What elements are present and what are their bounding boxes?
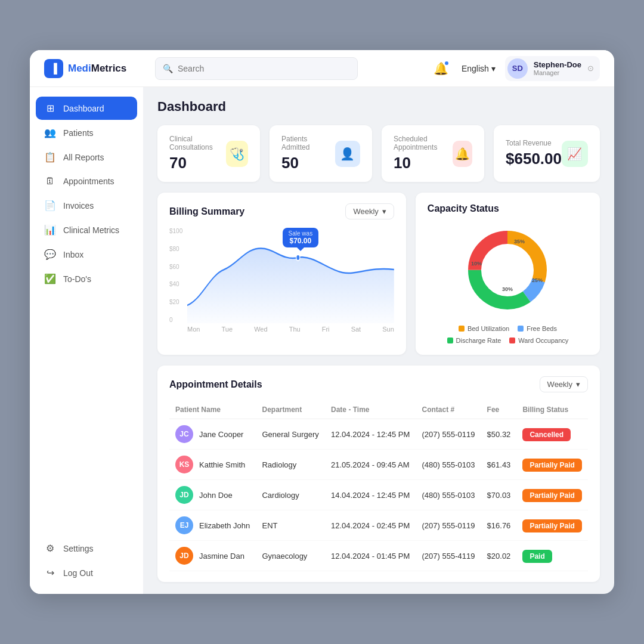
fee-cell: $70.03 <box>481 480 517 510</box>
sidebar-item-label: Settings <box>63 544 94 553</box>
sidebar-item-label: Appointments <box>63 177 114 186</box>
table-row: JD John Doe Cardiology 14.04.2024 - 12:4… <box>169 480 588 510</box>
patient-name: Katthie Smith <box>199 460 245 469</box>
chevron-down-icon: ▾ <box>382 207 386 216</box>
header-right: 🔔 English ▾ SD Stephen-Doe Manager ⊙ <box>431 56 600 81</box>
department-cell: Radiology <box>256 450 325 480</box>
billing-summary-card: Billing Summary Weekly ▾ $100$80$60$40$2… <box>157 193 406 355</box>
svg-text:10%: 10% <box>471 261 482 267</box>
avatar: SD <box>507 58 528 79</box>
department-cell: General Surgery <box>256 419 325 450</box>
page-title: Dashboard <box>157 99 600 114</box>
stat-card-scheduled: Scheduled Appointments 10 🔔 <box>382 125 484 182</box>
logo-text: MediMetrics <box>68 63 126 75</box>
dashboard-icon: ⊞ <box>44 103 56 114</box>
legend-dot <box>459 326 465 332</box>
sidebar-item-label: Clinical Metrics <box>63 225 119 235</box>
patient-name: Jasmine Dan <box>199 552 244 561</box>
user-name: Stephen-Doe <box>534 60 581 69</box>
legend-label: Discharge Rate <box>456 337 501 344</box>
search-input[interactable] <box>178 64 350 73</box>
stat-value: $650.00 <box>506 150 562 168</box>
billing-card-header: Billing Summary Weekly ▾ <box>169 203 394 219</box>
legend-label: Bed Utilization <box>467 325 509 332</box>
invoices-icon: 📄 <box>44 200 56 211</box>
charts-row: Billing Summary Weekly ▾ $100$80$60$40$2… <box>157 193 600 355</box>
legend-dot <box>447 338 453 343</box>
datetime-cell: 12.04.2024 - 01:45 PM <box>325 541 416 571</box>
contact-cell: (480) 555-0103 <box>416 480 481 510</box>
sidebar-item-label: Log Out <box>63 568 93 578</box>
search-bar[interactable]: 🔍 <box>155 57 358 80</box>
stats-row: Clinical Consultations 70 🩺 Patients Adm… <box>157 125 600 182</box>
user-role: Manager <box>534 69 581 76</box>
legend-label: Ward Occupancy <box>518 337 568 344</box>
datetime-cell: 14.04.2024 - 12:45 PM <box>325 480 416 510</box>
sidebar-item-label: Patients <box>63 128 94 138</box>
donut-chart: 30% 10% 35% 25% <box>460 222 555 318</box>
notification-bell[interactable]: 🔔 <box>431 58 452 79</box>
datetime-cell: 21.05.2024 - 09:45 AM <box>325 450 416 480</box>
fee-cell: $61.43 <box>481 450 517 480</box>
sidebar-item-clinical-metrics[interactable]: 📊 Clinical Metrics <box>36 218 137 242</box>
patient-name: Jane Cooper <box>199 430 243 439</box>
appointment-details-card: Appointment Details Weekly ▾ Patient Nam… <box>157 366 600 582</box>
sidebar-item-dashboard[interactable]: ⊞ Dashboard <box>36 97 137 120</box>
sidebar-item-invoices[interactable]: 📄 Invoices <box>36 194 137 217</box>
patient-name-cell: JD John Doe <box>169 480 256 510</box>
stat-value: 10 <box>394 154 453 172</box>
patient-name-cell: EJ Elizabeth John <box>169 510 256 541</box>
contact-cell: (207) 555-0119 <box>416 419 481 450</box>
table-body: JC Jane Cooper General Surgery 12.04.202… <box>169 419 588 571</box>
sidebar-item-todos[interactable]: ✅ To-Do's <box>36 267 137 290</box>
svg-text:35%: 35% <box>514 239 525 244</box>
logo-icon: ▐ <box>44 59 63 78</box>
legend-free-beds: Free Beds <box>518 325 557 332</box>
table-row: KS Katthie Smith Radiology 21.05.2024 - … <box>169 450 588 480</box>
todos-icon: ✅ <box>44 273 56 284</box>
contact-cell: (480) 555-0103 <box>416 450 481 480</box>
language-selector[interactable]: English ▾ <box>462 64 496 73</box>
table-row: JD Jasmine Dan Gynaecology 12.04.2024 - … <box>169 541 588 571</box>
user-menu-icon: ⊙ <box>587 64 594 73</box>
donut-wrapper: 30% 10% 35% 25% Bed Utilization <box>428 222 588 344</box>
table-row: JC Jane Cooper General Surgery 12.04.202… <box>169 419 588 450</box>
stat-icon-revenue: 📈 <box>562 141 588 167</box>
billing-dropdown[interactable]: Weekly ▾ <box>345 203 394 219</box>
col-billing-status: Billing Status <box>516 401 588 419</box>
table-header: Patient Name Department Date - Time Cont… <box>169 401 588 419</box>
col-fee: Fee <box>481 401 517 419</box>
department-cell: ENT <box>256 510 325 541</box>
patient-name-cell: JD Jasmine Dan <box>169 541 256 571</box>
patient-avatar: JD <box>175 547 193 565</box>
chevron-down-icon: ▾ <box>576 380 580 389</box>
department-cell: Cardiology <box>256 480 325 510</box>
settings-icon: ⚙ <box>44 543 56 554</box>
department-cell: Gynaecology <box>256 541 325 571</box>
stat-icon-scheduled: 🔔 <box>453 141 472 167</box>
sidebar-item-logout[interactable]: ↪ Log Out <box>36 561 137 584</box>
sidebar-item-all-reports[interactable]: 📋 All Reports <box>36 145 137 169</box>
inbox-icon: 💬 <box>44 249 56 260</box>
sidebar-item-inbox[interactable]: 💬 Inbox <box>36 243 137 266</box>
sidebar: ⊞ Dashboard 👥 Patients 📋 All Reports 🗓 A… <box>30 87 143 594</box>
patient-avatar: EJ <box>175 516 193 534</box>
legend-dot <box>518 326 524 332</box>
svg-point-0 <box>296 255 300 261</box>
donut-legend: Bed Utilization Free Beds Discharge Rate <box>428 325 588 344</box>
user-info[interactable]: SD Stephen-Doe Manager ⊙ <box>505 56 600 81</box>
billing-chart: $100$80$60$40$200 <box>169 228 394 323</box>
notification-dot <box>444 60 450 66</box>
appt-dropdown[interactable]: Weekly ▾ <box>540 376 588 392</box>
col-contact: Contact # <box>416 401 481 419</box>
patients-icon: 👥 <box>44 127 56 138</box>
svg-text:30%: 30% <box>502 286 513 292</box>
sidebar-item-patients[interactable]: 👥 Patients <box>36 121 137 144</box>
logout-icon: ↪ <box>44 567 56 578</box>
sidebar-item-label: All Reports <box>63 153 104 162</box>
table-row: EJ Elizabeth John ENT 12.04.2024 - 02:45… <box>169 510 588 541</box>
capacity-card-title: Capacity Status <box>428 203 499 214</box>
sidebar-item-settings[interactable]: ⚙ Settings <box>36 537 137 560</box>
sidebar-item-appointments[interactable]: 🗓 Appointments <box>36 170 137 193</box>
patient-name: Elizabeth John <box>199 521 250 530</box>
